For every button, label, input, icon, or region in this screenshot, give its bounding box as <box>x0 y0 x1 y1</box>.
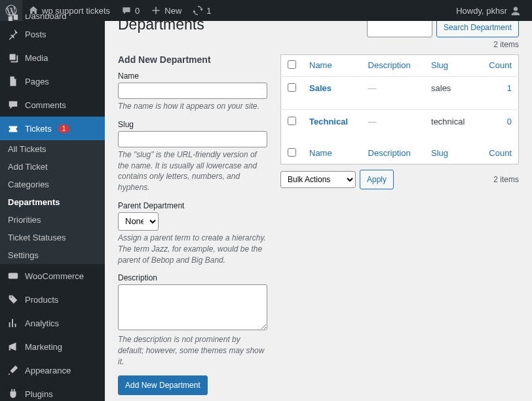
description-input[interactable] <box>118 284 267 330</box>
row-description: — <box>368 117 377 126</box>
comment-icon <box>121 5 132 16</box>
sub-categories[interactable]: Categories <box>0 176 105 193</box>
comment-icon <box>7 98 20 111</box>
avatar-icon <box>510 5 522 16</box>
menu-woocommerce[interactable]: WooCommerce <box>0 264 105 288</box>
media-icon <box>7 51 20 64</box>
tickets-submenu: All Tickets Add Ticket Categories Depart… <box>0 140 105 264</box>
new-label: New <box>164 6 181 16</box>
form-title: Add New Department <box>118 54 267 65</box>
tickets-badge: 1 <box>58 124 70 133</box>
name-label: Name <box>118 71 267 81</box>
sub-add-ticket[interactable]: Add Ticket <box>0 158 105 176</box>
row-count-link[interactable]: 0 <box>507 117 512 126</box>
updates-link[interactable]: 1 <box>187 0 216 21</box>
submit-button[interactable]: Add New Department <box>118 375 208 395</box>
name-hint: The name is how it appears on your site. <box>118 101 267 112</box>
parent-select[interactable]: None <box>118 212 159 231</box>
row-slug: sales <box>425 77 478 110</box>
pin-icon <box>7 28 20 41</box>
plugin-icon <box>7 387 20 400</box>
search-input[interactable] <box>367 21 432 37</box>
slug-input[interactable] <box>118 131 267 147</box>
table-row: Technical — technical 0 <box>281 110 519 143</box>
parent-hint: Assign a parent term to create a hierarc… <box>118 233 267 265</box>
menu-pages[interactable]: Pages <box>0 69 105 93</box>
items-count-bottom: 2 items <box>493 175 519 184</box>
sub-departments[interactable]: Departments <box>0 193 105 211</box>
row-checkbox[interactable] <box>288 83 296 92</box>
menu-analytics[interactable]: Analytics <box>0 311 105 335</box>
menu-comments[interactable]: Comments <box>0 93 105 117</box>
apply-button[interactable]: Apply <box>360 170 394 189</box>
row-count-link[interactable]: 1 <box>507 83 512 93</box>
items-count-top: 2 items <box>118 40 519 49</box>
menu-appearance[interactable]: Appearance <box>0 358 105 382</box>
sub-all-tickets[interactable]: All Tickets <box>0 140 105 158</box>
search-button[interactable]: Search Department <box>436 21 519 37</box>
marketing-icon <box>7 340 20 353</box>
new-link[interactable]: New <box>145 0 187 21</box>
user-menu[interactable]: Howdy, pkhsr <box>451 0 527 21</box>
dashboard-icon <box>7 14 20 22</box>
products-icon <box>7 293 20 306</box>
updates-count: 1 <box>206 6 211 16</box>
analytics-icon <box>7 316 20 330</box>
plus-icon <box>150 5 162 16</box>
departments-table: Name Description Slug Count Sales — sale… <box>280 54 519 164</box>
menu-tickets[interactable]: Tickets 1 <box>0 117 105 140</box>
col-count-foot[interactable]: Count <box>489 148 512 158</box>
comments-link[interactable]: 0 <box>115 0 145 21</box>
col-count[interactable]: Count <box>489 60 512 70</box>
sub-priorities[interactable]: Priorities <box>0 211 105 229</box>
row-name-link[interactable]: Technical <box>309 117 348 126</box>
sub-ticket-statuses[interactable]: Ticket Statuses <box>0 229 105 246</box>
menu-plugins[interactable]: Plugins <box>0 382 105 401</box>
comments-count: 0 <box>135 6 140 16</box>
table-row: Sales — sales 1 <box>281 77 519 110</box>
slug-hint: The "slug" is the URL-friendly version o… <box>118 149 267 193</box>
row-description: — <box>368 83 377 93</box>
col-name-foot[interactable]: Name <box>309 148 332 158</box>
svg-rect-1 <box>9 273 18 279</box>
col-description-foot[interactable]: Description <box>368 148 411 158</box>
name-input[interactable] <box>118 83 267 99</box>
row-name-link[interactable]: Sales <box>309 83 332 93</box>
woocommerce-icon <box>7 269 20 282</box>
row-checkbox[interactable] <box>288 117 296 125</box>
admin-sidebar: Dashboard Posts Media Pages Comments Tic… <box>0 21 105 401</box>
row-slug: technical <box>425 110 478 143</box>
menu-media[interactable]: Media <box>0 46 105 69</box>
slug-label: Slug <box>118 120 267 129</box>
col-name[interactable]: Name <box>309 60 332 70</box>
page-icon <box>7 75 20 88</box>
ticket-icon <box>7 122 20 135</box>
sub-settings[interactable]: Settings <box>0 246 105 264</box>
svg-point-0 <box>514 7 518 10</box>
col-slug-foot[interactable]: Slug <box>431 148 448 158</box>
description-label: Description <box>118 273 267 282</box>
main-content: Departments Search Department 2 items Ad… <box>105 21 532 401</box>
menu-dashboard[interactable]: Dashboard <box>0 14 105 22</box>
update-icon <box>192 5 204 16</box>
col-slug[interactable]: Slug <box>431 60 448 70</box>
menu-posts[interactable]: Posts <box>0 22 105 46</box>
select-all-top[interactable] <box>288 60 296 69</box>
greeting: Howdy, pkhsr <box>456 6 507 16</box>
brush-icon <box>7 364 20 377</box>
parent-label: Parent Department <box>118 201 267 210</box>
bulk-action-select[interactable]: Bulk Actions <box>280 171 356 188</box>
col-description[interactable]: Description <box>368 60 411 70</box>
select-all-bottom[interactable] <box>288 148 296 157</box>
menu-marketing[interactable]: Marketing <box>0 335 105 358</box>
menu-products[interactable]: Products <box>0 288 105 311</box>
description-hint: The description is not prominent by defa… <box>118 334 267 367</box>
